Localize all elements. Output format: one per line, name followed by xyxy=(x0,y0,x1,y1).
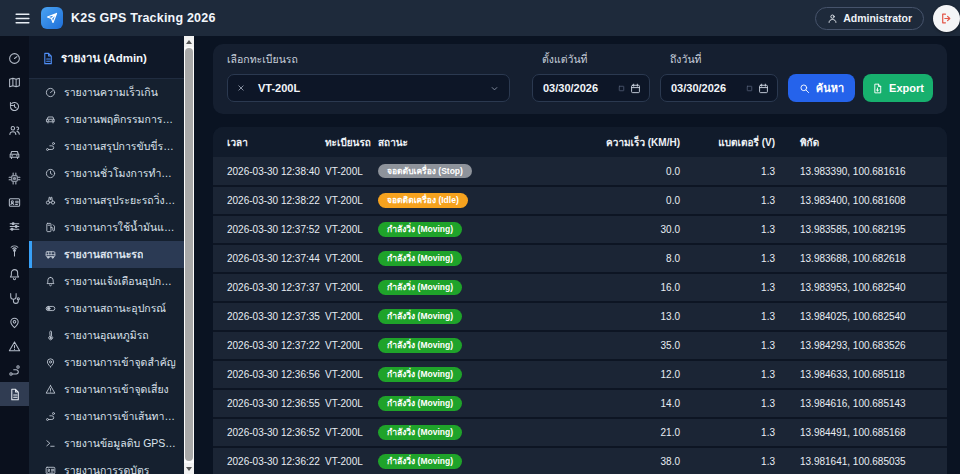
cell-time: 2026-03-30 12:37:37 xyxy=(213,273,325,302)
sidebar-item-7[interactable]: รายงานสถานะรถ xyxy=(29,241,184,268)
rail-bell-icon[interactable] xyxy=(0,262,29,286)
cell-speed: 21.0 xyxy=(568,418,680,447)
terminal-icon xyxy=(45,438,56,449)
search-button[interactable]: ค้นหา xyxy=(788,74,855,102)
cell-status: กำลังวิ่ง (Moving) xyxy=(378,302,568,331)
from-date-input[interactable]: 03/30/2026 xyxy=(532,74,650,102)
cell-status: จอดดับเครื่อง (Stop) xyxy=(378,157,568,186)
sidebar-item-10[interactable]: รายงานอุณหภูมิรถ xyxy=(29,322,184,349)
export-button[interactable]: Export xyxy=(863,74,933,102)
menu-item-label: รายงานการรูดบัตร xyxy=(64,462,149,474)
cell-plate: VT-200L xyxy=(325,389,378,418)
scrollbar-thumb[interactable] xyxy=(185,48,193,461)
to-date-value: 03/30/2026 xyxy=(671,82,726,94)
sidebar-item-15[interactable]: รายงานการรูดบัตร xyxy=(29,457,184,474)
menu-item-label: รายงานสรุปการขับขี่รายวัน xyxy=(64,138,176,155)
rail-gauge-icon[interactable] xyxy=(0,46,29,70)
cell-status: จอดติดเครื่อง (Idle) xyxy=(378,186,568,215)
rail-history-icon[interactable] xyxy=(0,94,29,118)
vehicle-select[interactable]: VT-200L xyxy=(227,74,510,102)
scrollbar-down-arrow[interactable] xyxy=(184,463,194,474)
table-row[interactable]: 2026-03-30 12:38:22 VT-200L จอดติดเครื่อ… xyxy=(213,186,947,215)
remove-tag-icon[interactable] xyxy=(237,84,245,92)
status-badge: กำลังวิ่ง (Moving) xyxy=(378,280,462,295)
sidebar-item-14[interactable]: รายงานข้อมูลดิบ GPS Log xyxy=(29,430,184,457)
table-row[interactable]: 2026-03-30 12:37:22 VT-200L กำลังวิ่ง (M… xyxy=(213,331,947,360)
status-badge: จอดติดเครื่อง (Idle) xyxy=(378,193,468,208)
calendar-icon[interactable] xyxy=(758,83,769,94)
rail-stethoscope-icon[interactable] xyxy=(0,286,29,310)
cell-battery: 1.3 xyxy=(680,302,775,331)
status-badge: กำลังวิ่ง (Moving) xyxy=(378,309,462,324)
table-row[interactable]: 2026-03-30 12:36:52 VT-200L กำลังวิ่ง (M… xyxy=(213,418,947,447)
vehicle-select-value: VT-200L xyxy=(258,82,300,94)
car-icon xyxy=(45,114,56,125)
menu-item-label: รายงานแจ้งเตือนอุปกรณ์ xyxy=(64,273,176,290)
van-icon xyxy=(45,249,56,260)
to-date-input[interactable]: 03/30/2026 xyxy=(660,74,778,102)
rail-file-icon[interactable] xyxy=(0,382,29,406)
table-row[interactable]: 2026-03-30 12:37:44 VT-200L กำลังวิ่ง (M… xyxy=(213,244,947,273)
user-icon xyxy=(827,13,838,24)
cell-coords: 13.981641, 100.685035 xyxy=(775,447,947,474)
report-file-icon xyxy=(41,52,54,65)
rail-idcard-icon[interactable] xyxy=(0,190,29,214)
calendar-icon[interactable] xyxy=(630,83,641,94)
sidebar-item-8[interactable]: รายงานแจ้งเตือนอุปกรณ์ xyxy=(29,268,184,295)
vehicle-select-label: เลือกทะเบียนรถ xyxy=(227,51,532,68)
status-report-table: เวลา ทะเบียนรถ สถานะ ความเร็ว (KM/H) แบต… xyxy=(213,127,947,474)
cell-plate: VT-200L xyxy=(325,215,378,244)
menu-item-label: รายงานพฤติกรรมการขับขี่ xyxy=(64,111,176,128)
cell-time: 2026-03-30 12:36:55 xyxy=(213,389,325,418)
rail-warning-icon[interactable] xyxy=(0,334,29,358)
rail-sliders-icon[interactable] xyxy=(0,214,29,238)
sidebar-item-2[interactable]: รายงานพฤติกรรมการขับขี่ xyxy=(29,106,184,133)
sidebar-item-4[interactable]: รายงานชั่วโมงการทำงาน xyxy=(29,160,184,187)
rail-pin-icon[interactable] xyxy=(0,310,29,334)
logout-button[interactable] xyxy=(933,5,960,32)
rail-users-icon[interactable] xyxy=(0,118,29,142)
col-coords: พิกัด xyxy=(775,127,947,157)
hamburger-menu-icon[interactable] xyxy=(10,6,34,30)
table-row[interactable]: 2026-03-30 12:38:40 VT-200L จอดดับเครื่อ… xyxy=(213,157,947,186)
table-row[interactable]: 2026-03-30 12:37:35 VT-200L กำลังวิ่ง (M… xyxy=(213,302,947,331)
rail-car-icon[interactable] xyxy=(0,142,29,166)
sidebar-item-5[interactable]: รายงานสรุประยะรถวิ่งรายวัน xyxy=(29,187,184,214)
table-row[interactable]: 2026-03-30 12:37:52 VT-200L กำลังวิ่ง (M… xyxy=(213,215,947,244)
cell-status: กำลังวิ่ง (Moving) xyxy=(378,331,568,360)
sidebar-scrollbar[interactable] xyxy=(184,36,194,474)
icon-rail xyxy=(0,36,29,474)
sidebar-item-6[interactable]: รายงานการใช้น้ำมันและพลั.. xyxy=(29,214,184,241)
sidebar-item-9[interactable]: รายงานสถานะอุปกรณ์ xyxy=(29,295,184,322)
rail-antenna-icon[interactable] xyxy=(0,238,29,262)
table-row[interactable]: 2026-03-30 12:36:22 VT-200L กำลังวิ่ง (M… xyxy=(213,447,947,474)
sidebar-item-13[interactable]: รายงานการเข้าเส้นทางเสี่ยง xyxy=(29,403,184,430)
status-badge: กำลังวิ่ง (Moving) xyxy=(378,396,462,411)
cell-time: 2026-03-30 12:38:22 xyxy=(213,186,325,215)
col-plate: ทะเบียนรถ xyxy=(325,127,378,157)
table-row[interactable]: 2026-03-30 12:36:55 VT-200L กำลังวิ่ง (M… xyxy=(213,389,947,418)
cell-plate: VT-200L xyxy=(325,157,378,186)
sidebar-item-12[interactable]: รายงานการเข้าจุดเสี่ยง xyxy=(29,376,184,403)
sidebar-item-1[interactable]: รายงานความเร็วเกิน xyxy=(29,79,184,106)
sidebar-item-11[interactable]: รายงานการเข้าจุดสำคัญ xyxy=(29,349,184,376)
app-title: K2S GPS Tracking 2026 xyxy=(71,11,216,25)
status-badge: กำลังวิ่ง (Moving) xyxy=(378,425,462,440)
cell-coords: 13.984616, 100.685143 xyxy=(775,389,947,418)
sidebar-item-3[interactable]: รายงานสรุปการขับขี่รายวัน xyxy=(29,133,184,160)
rail-chip-icon[interactable] xyxy=(0,166,29,190)
scrollbar-up-arrow[interactable] xyxy=(184,36,194,47)
menu-item-label: รายงานอุณหภูมิรถ xyxy=(64,327,149,344)
table-row[interactable]: 2026-03-30 12:36:56 VT-200L กำลังวิ่ง (M… xyxy=(213,360,947,389)
rail-route-icon[interactable] xyxy=(0,358,29,382)
file-export-icon xyxy=(872,83,883,94)
cell-speed: 38.0 xyxy=(568,447,680,474)
col-time: เวลา xyxy=(213,127,325,157)
administrator-menu-button[interactable]: Administrator xyxy=(815,7,924,30)
from-date-value: 03/30/2026 xyxy=(543,82,598,94)
cell-coords: 13.983953, 100.682540 xyxy=(775,273,947,302)
menu-item-label: รายงานสถานะรถ xyxy=(64,246,143,263)
table-row[interactable]: 2026-03-30 12:37:37 VT-200L กำลังวิ่ง (M… xyxy=(213,273,947,302)
pin-icon xyxy=(45,357,56,368)
rail-map-icon[interactable] xyxy=(0,70,29,94)
